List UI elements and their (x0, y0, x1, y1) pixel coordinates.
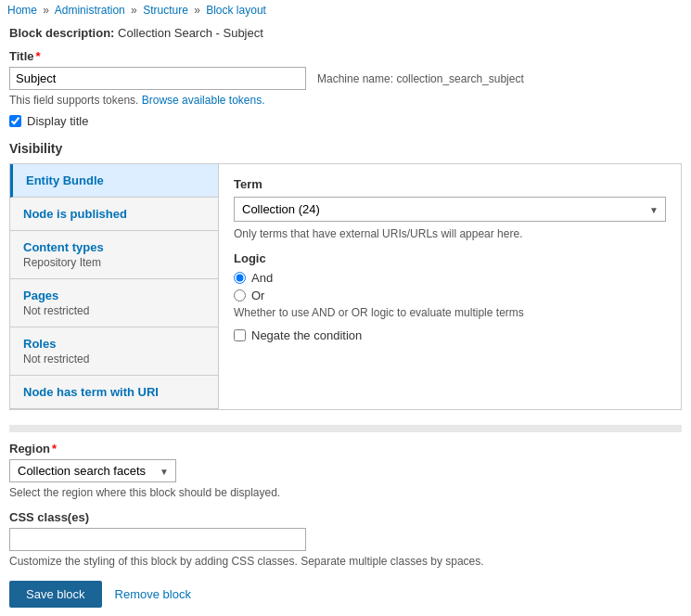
region-hint: Select the region where this block shoul… (9, 486, 682, 499)
visibility-panel: Term Collection (24) Only terms that hav… (219, 164, 681, 409)
breadcrumb-structure[interactable]: Structure (143, 4, 188, 17)
logic-label: Logic (234, 251, 666, 265)
css-input[interactable] (9, 528, 306, 551)
negate-label: Negate the condition (251, 328, 362, 342)
tab-node-published[interactable]: Node is published (10, 198, 218, 231)
css-label: CSS class(es) (9, 510, 682, 524)
term-select[interactable]: Collection (24) (234, 197, 666, 222)
css-hint: Customize the styling of this block by a… (9, 555, 682, 568)
breadcrumb-admin[interactable]: Administration (55, 4, 125, 17)
negate-row: Negate the condition (234, 328, 666, 342)
breadcrumb: Home » Administration » Structure » Bloc… (0, 0, 691, 20)
tab-content-types[interactable]: Content types Repository Item (10, 231, 218, 279)
tab-roles-subtitle: Not restricted (23, 353, 205, 366)
region-select-wrap: Collection search facets (9, 459, 176, 482)
tab-pages-subtitle: Not restricted (23, 304, 205, 317)
visibility-label: Visibility (9, 141, 682, 156)
logic-hint: Whether to use AND or OR logic to evalua… (234, 306, 666, 319)
display-title-label: Display title (27, 114, 88, 128)
tab-entity-bundle-title: Entity Bundle (26, 173, 205, 187)
logic-and-row: And (234, 271, 666, 285)
breadcrumb-home[interactable]: Home (7, 4, 37, 17)
tab-content-types-title: Content types (23, 240, 205, 254)
tab-node-term-uri-title: Node has term with URI (23, 385, 205, 399)
tab-node-term-uri[interactable]: Node has term with URI (10, 376, 218, 409)
logic-and-radio[interactable] (234, 272, 246, 284)
display-title-checkbox[interactable] (9, 115, 21, 127)
region-label: Region* (9, 442, 682, 456)
region-section: Region* Collection search facets Select … (9, 442, 682, 499)
title-input[interactable] (9, 67, 306, 90)
save-button[interactable]: Save block (9, 581, 102, 608)
term-hint: Only terms that have external URIs/URLs … (234, 227, 666, 240)
title-label: Title* (9, 49, 682, 63)
tab-node-published-title: Node is published (23, 207, 205, 221)
browse-tokens-link[interactable]: Browse available tokens. (142, 94, 265, 107)
tab-pages[interactable]: Pages Not restricted (10, 279, 218, 327)
logic-or-row: Or (234, 289, 666, 302)
tab-roles-title: Roles (23, 337, 205, 351)
region-select[interactable]: Collection search facets (9, 459, 176, 482)
tab-content-types-subtitle: Repository Item (23, 256, 205, 269)
visibility-tabs: Entity Bundle Node is published Content … (10, 164, 219, 409)
negate-checkbox[interactable] (234, 329, 246, 341)
token-hint: This field supports tokens. Browse avail… (9, 94, 682, 107)
display-title-row: Display title (9, 114, 682, 128)
logic-or-radio[interactable] (234, 289, 246, 302)
term-select-wrap: Collection (24) (234, 197, 666, 222)
machine-name: Machine name: collection_search_subject (317, 72, 524, 85)
term-label: Term (234, 177, 666, 191)
remove-link[interactable]: Remove block (115, 587, 191, 601)
css-section: CSS class(es) Customize the styling of t… (9, 510, 682, 568)
logic-and-label: And (251, 271, 273, 285)
tab-pages-title: Pages (23, 289, 205, 302)
logic-or-label: Or (251, 289, 264, 302)
breadcrumb-block-layout[interactable]: Block layout (206, 4, 266, 17)
scrollbar-indicator (9, 425, 682, 432)
tab-entity-bundle[interactable]: Entity Bundle (10, 164, 218, 198)
tab-roles[interactable]: Roles Not restricted (10, 327, 218, 376)
block-description: Block description: Collection Search - S… (9, 26, 682, 40)
buttons-row: Save block Remove block (9, 581, 682, 608)
visibility-layout: Entity Bundle Node is published Content … (9, 163, 682, 410)
